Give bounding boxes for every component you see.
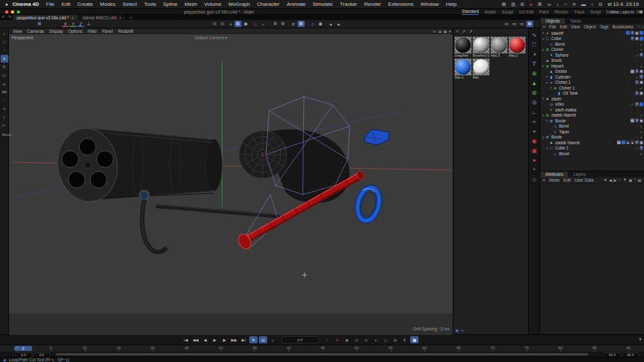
tag-grid-icon[interactable]: ▦ <box>639 140 643 144</box>
tag-f-icon[interactable]: F <box>635 119 639 122</box>
enabled-check-icon[interactable]: ✓ <box>639 129 644 134</box>
close-tab-icon[interactable]: × <box>71 15 74 20</box>
material-graphite[interactable]: Graphite <box>455 37 471 57</box>
viewport-menu-view[interactable]: View <box>13 29 22 33</box>
material-thumbnail[interactable] <box>473 37 489 53</box>
magic-tool[interactable]: * <box>530 166 539 175</box>
blue-ring-object[interactable] <box>354 186 383 223</box>
move-tool[interactable]: + <box>1 55 8 62</box>
render-settings[interactable]: ◉ <box>317 21 324 27</box>
panel-menu-file[interactable]: File <box>549 24 556 29</box>
tag-tex-icon[interactable]: ▨ <box>630 70 634 73</box>
material-thumbnail[interactable] <box>473 59 489 75</box>
menubar-clock[interactable]: st 12.4. 23:19 <box>608 1 639 7</box>
panel-menu-object[interactable]: Object <box>583 24 596 29</box>
popout-icon[interactable]: ▤ <box>638 178 641 182</box>
window-manager-icon[interactable]: ▭ <box>547 2 551 7</box>
render-team[interactable]: ● <box>335 21 342 27</box>
undo-icon[interactable]: ↶ <box>0 15 6 20</box>
tag-tri-icon[interactable]: ▲ <box>630 140 634 144</box>
object-row-deska[interactable]: ▲Deska:▨F▦ <box>540 69 644 75</box>
object-row-taper[interactable]: ▽Taper:✓ <box>540 129 644 135</box>
object-row-bend[interactable]: ∿Bend:✓ <box>540 124 644 129</box>
object-row-zadek-hlavn[interactable]: ▾⊕zadek hlavně:✓ <box>540 113 644 119</box>
axis-y-lock[interactable]: Y <box>70 21 77 27</box>
tag-f-icon[interactable]: F <box>630 37 634 41</box>
object-row-cloner[interactable]: ▾⊕Cloner:✓ <box>540 47 644 53</box>
autokey-button[interactable]: ● <box>323 336 332 343</box>
apple-menu-icon[interactable]: ● <box>5 2 8 6</box>
motion-system-button[interactable]: ≡ <box>401 336 409 343</box>
knife-tool[interactable]: / <box>1 113 8 121</box>
layout-tab-sculpt[interactable]: Sculpt <box>502 10 513 15</box>
tag-grid-icon[interactable]: ▦ <box>639 70 643 73</box>
key-params-button[interactable]: ◇ <box>381 336 390 343</box>
layout-toggle[interactable] <box>636 10 643 14</box>
menu-help[interactable]: Help <box>446 1 456 7</box>
lock-a[interactable]: ⊚ <box>272 21 279 27</box>
node-tool[interactable]: ∞ <box>1 80 8 88</box>
material-thumbnail[interactable] <box>455 37 471 53</box>
visibility-dots-icon[interactable]: : <box>621 37 625 41</box>
tracer[interactable]: ∟ <box>530 108 539 117</box>
keyboard-icon[interactable]: ⌘ <box>537 2 542 7</box>
cloner[interactable]: ⊕ <box>530 69 539 78</box>
spline-pen[interactable]: ∿ <box>530 30 539 39</box>
axis-z-lock[interactable]: Z <box>77 21 84 27</box>
live-selection-tool[interactable]: □ <box>1 38 8 46</box>
fracture[interactable]: ▲ <box>530 79 539 88</box>
layout-tab-render[interactable]: Render <box>554 10 568 15</box>
material-thumbnail[interactable] <box>455 59 471 75</box>
visibility-dots-icon[interactable]: : <box>635 97 639 100</box>
home-icon[interactable]: ⌂ <box>641 24 644 29</box>
render-queue[interactable]: ● <box>327 21 334 27</box>
visibility-dots-icon[interactable]: : <box>635 108 639 111</box>
panel-menu-edit[interactable]: Edit <box>564 178 571 182</box>
lock-icon[interactable]: ▣ <box>629 178 632 182</box>
viewport-layout[interactable]: ▭ <box>511 21 518 27</box>
field[interactable]: ⊛ <box>530 88 539 97</box>
tag-tex-icon[interactable]: ▨ <box>630 119 634 122</box>
key-position-button[interactable]: ◎ <box>352 336 361 343</box>
tag-f-icon[interactable]: F <box>639 75 643 79</box>
next-key-button[interactable]: ▶▶ <box>230 336 238 343</box>
record-keyframe-button[interactable]: ● <box>333 336 341 343</box>
prev-frame-button[interactable]: ◀ <box>201 336 209 343</box>
snap[interactable]: # <box>290 21 297 27</box>
battery-icon[interactable]: ▬ <box>581 2 585 6</box>
rotate-tool[interactable]: ↻ <box>1 63 8 71</box>
menu-tracker[interactable]: Tracker <box>340 1 357 7</box>
menu-create[interactable]: Create <box>77 1 93 7</box>
tag-texb-icon[interactable] <box>639 102 643 106</box>
tag-grid-icon[interactable]: ▦ <box>635 31 639 35</box>
camera-icon[interactable]: ◉ <box>444 29 447 33</box>
display-icon[interactable]: ⊞ <box>520 2 524 7</box>
object-row-cylinder[interactable]: ▾▮Cylinder:✓F <box>540 74 644 80</box>
save-material-icon[interactable]: ↗ <box>469 29 473 34</box>
next-frame-button[interactable]: ▶ <box>220 336 229 343</box>
forward-icon[interactable]: ▶ <box>614 178 617 182</box>
lock-b[interactable]: ⊚ <box>279 21 287 27</box>
blue-part-object[interactable] <box>365 129 389 145</box>
tag-grid-icon[interactable]: ▦ <box>639 81 643 84</box>
tag-f-icon[interactable]: F <box>635 140 639 144</box>
material-thumbnail[interactable] <box>491 37 507 53</box>
current-frame-field[interactable]: 0 F <box>281 336 319 343</box>
minimal-mode-button[interactable]: ▦ <box>410 336 419 343</box>
spline-pen-tool[interactable]: ∿ <box>1 105 8 113</box>
object-row-sphere[interactable]: ●Sphere:✓F <box>540 52 644 58</box>
preview-range-track[interactable] <box>55 353 589 356</box>
layout-tab-uv-edit[interactable]: UV Edit <box>519 10 533 15</box>
load-material-icon[interactable]: ↗ <box>462 29 466 34</box>
stats-icon[interactable]: ▥ <box>511 2 516 7</box>
material-brushed-o[interactable]: Brushed O.. <box>473 37 489 57</box>
redo-icon[interactable]: ↷ <box>6 15 13 20</box>
display-settings[interactable]: ⊛ <box>526 21 533 27</box>
menu-extensions[interactable]: Extensions <box>388 1 413 7</box>
panel-menu-mode[interactable]: Mode <box>549 178 560 182</box>
new-layout-label[interactable]: New Layouts <box>610 10 634 14</box>
object-row-cube-1[interactable]: ▾□Cube 1:✓F <box>540 146 644 151</box>
tag-texb-icon[interactable] <box>639 37 643 41</box>
workplane[interactable]: ⌐ <box>260 21 267 27</box>
enabled-check-icon[interactable]: ✓ <box>639 47 644 52</box>
